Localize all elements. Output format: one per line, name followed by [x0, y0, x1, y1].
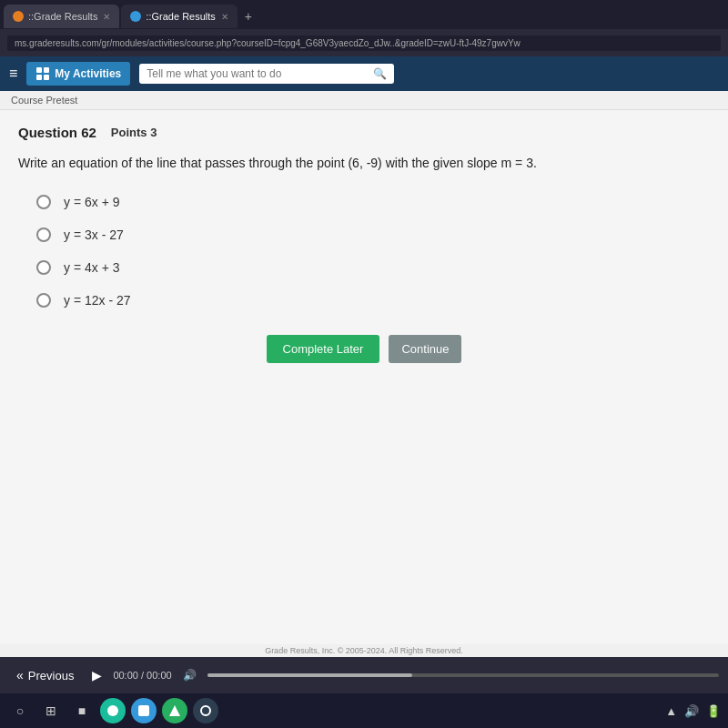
hamburger-icon[interactable]: ≡	[9, 66, 17, 82]
tab-2-icon	[130, 11, 141, 22]
new-tab-button[interactable]: +	[239, 7, 258, 25]
taskbar-app3-icon[interactable]	[162, 698, 187, 723]
search-input[interactable]	[147, 67, 373, 80]
answer-options: y = 6x + 9 y = 3x - 27 y = 4x + 3 y = 12…	[36, 195, 710, 308]
option-a-text: y = 6x + 9	[64, 195, 119, 209]
svg-point-4	[107, 705, 118, 716]
option-a[interactable]: y = 6x + 9	[36, 195, 710, 209]
taskbar: ○ ⊞ ■ ▲ 🔊 🔋	[0, 693, 728, 728]
tab-1-label: ::Grade Results	[28, 11, 97, 22]
option-c[interactable]: y = 4x + 3	[36, 260, 710, 275]
url-display[interactable]: ms.graderesults.com/gr/modules/activitie…	[7, 35, 721, 51]
taskbar-battery-icon: 🔋	[706, 704, 721, 718]
breadcrumb-text: Course Pretest	[11, 95, 77, 106]
points-badge: Points 3	[111, 126, 157, 139]
address-bar: ms.graderesults.com/gr/modules/activitie…	[0, 29, 728, 56]
tab-1[interactable]: ::Grade Results ✕	[4, 5, 119, 28]
question-number: Question 62	[18, 125, 96, 140]
breadcrumb: Course Pretest	[0, 91, 728, 110]
svg-point-7	[201, 706, 210, 715]
svg-rect-0	[36, 67, 42, 73]
svg-rect-1	[44, 67, 49, 73]
copyright-text: Grade Results, Inc. © 2005-2024. All Rig…	[265, 646, 463, 655]
my-activities-label: My Activities	[55, 67, 121, 80]
tab-2[interactable]: ::Grade Results ✕	[121, 5, 237, 28]
tab-1-close[interactable]: ✕	[97, 12, 110, 22]
tab-2-label: ::Grade Results	[146, 11, 215, 22]
option-c-text: y = 4x + 3	[64, 260, 119, 275]
time-current: 00:00	[113, 670, 138, 681]
time-display: 00:00 / 00:00	[113, 670, 171, 681]
taskbar-search-icon[interactable]: ○	[7, 698, 33, 723]
option-b[interactable]: y = 3x - 27	[36, 228, 710, 242]
button-row: Complete Later Continue	[18, 335, 710, 363]
radio-d[interactable]	[36, 293, 51, 308]
radio-a[interactable]	[36, 195, 51, 209]
time-total: 00:00	[147, 670, 172, 681]
progress-bar[interactable]	[207, 673, 719, 677]
svg-rect-5	[138, 705, 149, 716]
copyright-bar: Grade Results, Inc. © 2005-2024. All Rig…	[0, 644, 728, 657]
svg-rect-2	[36, 75, 42, 80]
taskbar-folder-icon[interactable]: ■	[69, 698, 95, 723]
my-activities-icon	[35, 66, 50, 81]
chevron-left-icon: «	[16, 668, 24, 682]
svg-rect-3	[44, 75, 49, 80]
taskbar-app1-icon[interactable]	[100, 698, 126, 723]
previous-button[interactable]: « Previous	[9, 664, 81, 686]
app-navbar: ≡ My Activities 🔍	[0, 56, 728, 91]
option-b-text: y = 3x - 27	[64, 228, 124, 242]
taskbar-sound-icon: 🔊	[684, 704, 699, 718]
radio-c[interactable]	[36, 260, 51, 275]
complete-later-button[interactable]: Complete Later	[267, 335, 380, 363]
question-header: Question 62 Points 3	[18, 125, 710, 140]
play-button[interactable]: ▶	[92, 668, 102, 682]
my-activities-button[interactable]: My Activities	[26, 62, 130, 86]
previous-label: Previous	[28, 669, 75, 682]
tab-1-icon	[13, 11, 24, 22]
search-bar[interactable]: 🔍	[139, 64, 394, 84]
search-icon: 🔍	[373, 67, 387, 80]
question-text: Write an equation of the line that passe…	[18, 153, 710, 173]
taskbar-right: ▲ 🔊 🔋	[665, 704, 721, 718]
bottom-bar: « Previous ▶ 00:00 / 00:00 🔊	[0, 657, 728, 693]
continue-button[interactable]: Continue	[389, 335, 461, 363]
volume-icon[interactable]: 🔊	[183, 669, 197, 682]
tab-2-close[interactable]: ✕	[216, 12, 228, 22]
taskbar-wifi-icon: ▲	[665, 704, 677, 718]
taskbar-app4-icon[interactable]	[193, 698, 218, 723]
radio-b[interactable]	[36, 228, 51, 242]
taskbar-app2-icon[interactable]	[131, 698, 157, 723]
svg-marker-6	[169, 705, 180, 716]
taskbar-grid-icon[interactable]: ⊞	[38, 698, 64, 723]
option-d-text: y = 12x - 27	[64, 293, 131, 308]
progress-fill	[207, 673, 412, 677]
main-content: Question 62 Points 3 Write an equation o…	[0, 110, 728, 644]
option-d[interactable]: y = 12x - 27	[36, 293, 710, 308]
